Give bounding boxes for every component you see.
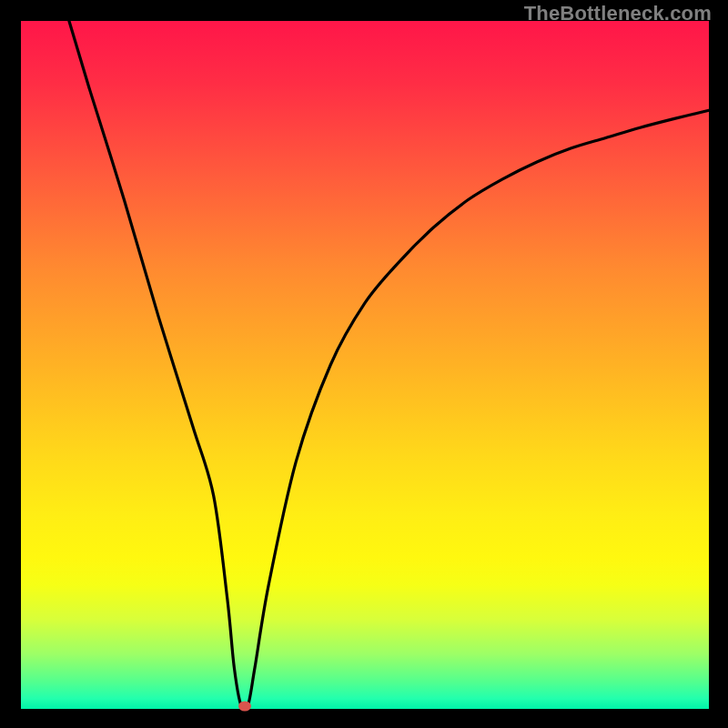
chart-frame: TheBottleneck.com — [0, 0, 728, 728]
watermark-text: TheBottleneck.com — [524, 2, 712, 25]
curve-svg — [21, 21, 709, 709]
optimal-point-marker — [238, 701, 251, 711]
plot-area — [21, 21, 709, 709]
bottleneck-curve — [69, 21, 709, 710]
